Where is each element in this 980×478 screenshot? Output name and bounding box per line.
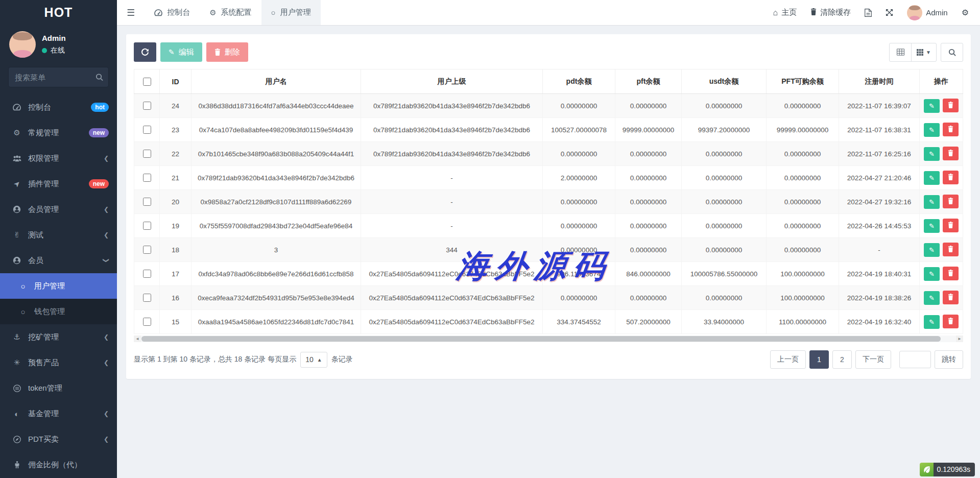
row-delete-button[interactable] — [943, 195, 959, 208]
jump-page-input[interactable] — [899, 351, 931, 368]
prev-page-button[interactable]: 上一页 — [770, 350, 806, 369]
row-delete-button[interactable] — [943, 315, 959, 328]
sidebar-item-fund[interactable]: ◐基金管理❮ — [0, 401, 117, 426]
row-edit-button[interactable]: ✎ — [924, 243, 940, 257]
columns-table-button[interactable] — [889, 43, 912, 62]
sidebar-item-member[interactable]: 会员❯ — [0, 248, 117, 273]
home-link[interactable]: ⌂ 主页 — [773, 8, 797, 17]
cell-pdt: 0.00000000 — [543, 142, 615, 166]
debug-trace-badge[interactable]: 0.120963s — [920, 463, 975, 476]
column-header: pft余额 — [615, 69, 682, 94]
cell-created: 2022-11-07 16:38:31 — [839, 118, 920, 142]
row-delete-button[interactable] — [943, 219, 959, 232]
row-edit-button[interactable]: ✎ — [924, 171, 940, 185]
page-button-2[interactable]: 2 — [832, 350, 852, 369]
scroll-right-arrow-icon[interactable]: ► — [956, 336, 963, 342]
row-edit-button[interactable]: ✎ — [924, 315, 940, 329]
row-checkbox[interactable] — [143, 126, 151, 134]
scrollbar-thumb[interactable] — [141, 336, 941, 342]
sidebar-item-addons[interactable]: ➤插件管理new — [0, 171, 117, 197]
tab-sysconfig[interactable]: ⚙系统配置 — [200, 0, 261, 25]
sidebar-item-general[interactable]: ⚙常规管理new — [0, 120, 117, 146]
pagination-info: 显示第 1 到第 10 条记录，总共 18 条记录 每页显示 — [134, 355, 296, 364]
sidebar: HOT Admin 在线 控制台hot⚙常规管理new权限管理❮➤插件管理new… — [0, 0, 117, 478]
cell-actions: ✎ — [920, 142, 963, 166]
horizontal-scrollbar[interactable]: ◄ ► — [134, 336, 963, 342]
row-delete-button[interactable] — [943, 147, 959, 160]
row-checkbox[interactable] — [143, 102, 151, 110]
search-icon — [95, 74, 103, 81]
row-edit-button[interactable]: ✎ — [924, 291, 940, 305]
sidebar-item-console[interactable]: 控制台hot — [0, 94, 117, 120]
row-checkbox[interactable] — [143, 150, 151, 158]
sidebar-item-mining[interactable]: ⚓挖矿管理❮ — [0, 324, 117, 350]
sidebar-item-member-admin[interactable]: 会员管理❮ — [0, 197, 117, 222]
cell-created: 2022-11-07 16:25:16 — [839, 142, 920, 166]
sidebar-item-token[interactable]: token管理 — [0, 375, 117, 401]
row-delete-button[interactable] — [943, 267, 959, 280]
row-checkbox[interactable] — [143, 246, 151, 254]
sidebar-item-pdt-trade[interactable]: PDT买卖❮ — [0, 426, 117, 452]
scroll-left-arrow-icon[interactable]: ◄ — [134, 336, 141, 342]
menu-search-input[interactable] — [8, 67, 109, 87]
edit-button[interactable]: ✎ 编辑 — [160, 42, 202, 62]
trash-icon — [948, 102, 953, 110]
cell-id: 15 — [160, 310, 192, 334]
nav-user[interactable]: Admin — [907, 5, 948, 20]
chevron-left-icon: ❮ — [104, 206, 109, 213]
row-delete-button[interactable] — [943, 171, 959, 184]
page-button-1[interactable]: 1 — [809, 350, 829, 369]
search-toggle-button[interactable] — [941, 43, 963, 62]
jump-button[interactable]: 跳转 — [935, 350, 963, 369]
cell-actions: ✎ — [920, 94, 963, 118]
tab-user-admin[interactable]: ○用户管理 — [261, 0, 321, 25]
row-checkbox[interactable] — [143, 294, 151, 302]
cell-actions: ✎ — [920, 214, 963, 238]
clear-cache-link[interactable]: 清除缓存 — [810, 8, 851, 17]
leaf-icon[interactable] — [920, 463, 934, 476]
row-edit-button[interactable]: ✎ — [924, 123, 940, 137]
trash-icon — [948, 318, 953, 326]
cell-created: 2022-04-19 18:38:26 — [839, 286, 920, 310]
row-edit-button[interactable]: ✎ — [924, 219, 940, 233]
sidebar-item-commission[interactable]: 佣金比例（代） — [0, 452, 117, 477]
row-edit-button[interactable]: ✎ — [924, 99, 940, 113]
row-delete-button[interactable] — [943, 243, 959, 256]
content-area: ✎ 编辑 删除 ▼ — [117, 25, 980, 478]
cell-pdt: 0.00000000 — [543, 190, 615, 214]
row-checkbox[interactable] — [143, 198, 151, 206]
sidebar-toggle-icon[interactable]: ☰ — [117, 0, 145, 25]
sidebar-item-user-admin[interactable]: ○用户管理 — [0, 273, 117, 299]
user-avatar[interactable] — [9, 31, 36, 58]
delete-button[interactable]: 删除 — [206, 42, 248, 62]
page-size-select[interactable]: 10 ▲ — [300, 352, 327, 368]
refresh-button[interactable] — [134, 42, 156, 62]
cell-pdt: 2.00000000 — [543, 166, 615, 190]
cell-select — [134, 310, 160, 334]
sidebar-item-label: 权限管理 — [28, 154, 59, 163]
row-edit-button[interactable]: ✎ — [924, 267, 940, 281]
select-all-checkbox[interactable] — [143, 78, 151, 86]
row-checkbox[interactable] — [143, 174, 151, 182]
row-edit-button[interactable]: ✎ — [924, 147, 940, 161]
view-grid-button[interactable]: ▼ — [911, 43, 937, 62]
fullscreen-icon[interactable] — [886, 9, 893, 16]
language-doc-icon[interactable] — [865, 9, 872, 17]
settings-gear-icon[interactable]: ⚙ — [962, 9, 969, 17]
row-delete-button[interactable] — [943, 291, 959, 304]
cell-id: 18 — [160, 238, 192, 262]
sidebar-item-presale[interactable]: ✳预售产品❮ — [0, 350, 117, 375]
row-checkbox[interactable] — [143, 318, 151, 326]
sidebar-item-auth[interactable]: 权限管理❮ — [0, 146, 117, 171]
row-delete-button[interactable] — [943, 123, 959, 136]
row-checkbox[interactable] — [143, 222, 151, 230]
tab-console[interactable]: 控制台 — [145, 0, 200, 25]
row-delete-button[interactable] — [943, 99, 959, 112]
sidebar-item-wallet-admin[interactable]: ○钱包管理 — [0, 299, 117, 324]
row-checkbox[interactable] — [143, 270, 151, 278]
next-page-button[interactable]: 下一页 — [855, 350, 891, 369]
cell-select — [134, 166, 160, 190]
row-edit-button[interactable]: ✎ — [924, 195, 940, 209]
sidebar-item-test[interactable]: ✌测试❮ — [0, 222, 117, 248]
cell-pft_can_buy: 99999.00000000 — [767, 118, 839, 142]
